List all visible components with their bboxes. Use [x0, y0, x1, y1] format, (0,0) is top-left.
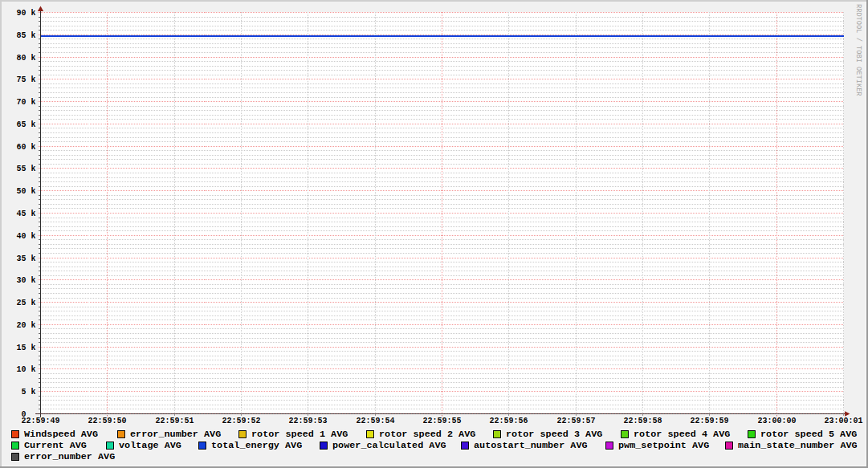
- svg-text:22:59:58: 22:59:58: [623, 417, 662, 425]
- svg-text:total_energy AVG: total_energy AVG: [211, 440, 302, 451]
- svg-text:rotor speed 2 AVG: rotor speed 2 AVG: [379, 429, 475, 440]
- svg-text:45 k: 45 k: [16, 210, 35, 218]
- svg-text:rotor speed 5 AVG: rotor speed 5 AVG: [760, 429, 857, 440]
- svg-text:35 k: 35 k: [16, 254, 35, 263]
- svg-text:22:59:51: 22:59:51: [155, 417, 194, 425]
- svg-text:5 k: 5 k: [21, 388, 35, 397]
- svg-text:30 k: 30 k: [16, 276, 35, 285]
- svg-text:Windspeed AVG: Windspeed AVG: [24, 429, 98, 440]
- svg-text:80 k: 80 k: [16, 54, 35, 63]
- svg-text:voltage AVG: voltage AVG: [119, 440, 181, 451]
- svg-text:22:59:55: 22:59:55: [422, 417, 461, 425]
- svg-text:70 k: 70 k: [16, 98, 35, 107]
- svg-text:rotor speed 4 AVG: rotor speed 4 AVG: [634, 429, 730, 440]
- svg-text:22:59:56: 22:59:56: [489, 417, 528, 425]
- svg-text:85 k: 85 k: [16, 31, 35, 40]
- svg-text:power_calculated AVG: power_calculated AVG: [332, 440, 446, 451]
- svg-text:rotor speed 1 AVG: rotor speed 1 AVG: [251, 429, 348, 440]
- svg-text:90 k: 90 k: [16, 9, 35, 18]
- svg-text:rotor speed 3 AVG: rotor speed 3 AVG: [506, 429, 602, 440]
- svg-text:22:59:52: 22:59:52: [222, 417, 260, 425]
- svg-text:22:59:49: 22:59:49: [21, 417, 59, 425]
- svg-text:main_state_number AVG: main_state_number AVG: [738, 440, 858, 451]
- svg-text:22:59:57: 22:59:57: [556, 417, 595, 425]
- svg-text:40 k: 40 k: [16, 232, 35, 241]
- svg-text:pwm_setpoint AVG: pwm_setpoint AVG: [618, 440, 709, 451]
- svg-text:20 k: 20 k: [16, 321, 35, 330]
- svg-text:25 k: 25 k: [16, 299, 35, 307]
- svg-text:23:00:00: 23:00:00: [757, 417, 796, 425]
- svg-text:50 k: 50 k: [16, 187, 35, 196]
- svg-text:autostart_number AVG: autostart_number AVG: [474, 440, 588, 451]
- svg-text:10 k: 10 k: [16, 365, 35, 374]
- svg-text:22:59:59: 22:59:59: [690, 417, 728, 425]
- svg-text:error_number AVG: error_number AVG: [24, 451, 115, 462]
- svg-text:15 k: 15 k: [16, 344, 35, 352]
- svg-text:60 k: 60 k: [16, 143, 35, 152]
- svg-text:75 k: 75 k: [16, 75, 35, 84]
- svg-text:Current AVG: Current AVG: [24, 440, 87, 451]
- svg-text:error_number AVG: error_number AVG: [130, 429, 221, 440]
- svg-text:RRDTOOL / TOBI OETIKER: RRDTOOL / TOBI OETIKER: [854, 4, 862, 96]
- svg-text:22:59:53: 22:59:53: [288, 417, 327, 425]
- svg-text:22:59:50: 22:59:50: [88, 417, 126, 425]
- svg-text:22:59:54: 22:59:54: [356, 417, 394, 425]
- svg-text:55 k: 55 k: [16, 165, 35, 173]
- svg-text:23:00:01: 23:00:01: [824, 417, 862, 425]
- svg-text:65 k: 65 k: [16, 120, 35, 129]
